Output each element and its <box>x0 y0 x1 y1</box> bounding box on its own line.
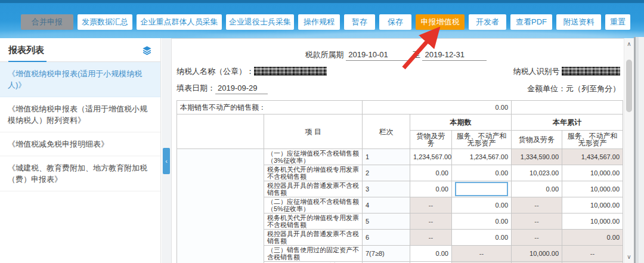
invoice-summary-button[interactable]: 发票数据汇总 <box>78 14 132 30</box>
row3-ytd-services[interactable]: 10,000.00 <box>562 181 623 197</box>
fill-date-field[interactable]: 2019-09-29 <box>215 83 268 94</box>
row4-cur-services[interactable]: 0.00 <box>452 197 512 214</box>
row4-cur-goods: -- <box>410 197 452 214</box>
app-window: 合并申报 发票数据汇总 企业重点群体人员采集 企业退役士兵采集 操作规程 暂存 … <box>0 0 644 263</box>
row6-cur-services[interactable]: 0.00 <box>452 230 512 246</box>
row5-item: 税务机关代开的增值税专用发票不含税销售额 <box>264 214 363 230</box>
row3-cur-services-cell <box>452 181 512 197</box>
row4-ytd-services[interactable]: 10,000.00 <box>562 197 623 214</box>
row7-ytd-services: -- <box>562 246 623 262</box>
layers-icon <box>142 45 152 55</box>
toolbar-buttons: 合并申报 发票数据汇总 企业重点群体人员采集 企业退役士兵采集 操作规程 暂存 … <box>21 14 630 30</box>
period-start-field[interactable]: 2019-10-01 <box>346 50 410 61</box>
header-ytd-goods: 货物及劳务 <box>512 131 562 149</box>
row5-ytd-goods: -- <box>512 214 562 230</box>
header-item: 项 目 <box>264 115 363 149</box>
row2-item: 税务机关代开的增值税专用发票不含税销售额 <box>264 165 363 181</box>
sidebar-item-vat-return-small-taxpayer[interactable]: 《增值税纳税申报表(适用于小规模纳税人)》 <box>0 62 160 97</box>
tax-period-label: 税款所属期 <box>305 50 344 59</box>
row3-item: 税控器具开具的普通发票不含税销售额 <box>264 181 363 197</box>
window-top-strip <box>0 0 644 3</box>
realestate-sales-label: 本期销售不动产的销售额： <box>177 101 363 115</box>
row7-cur-goods[interactable]: 0.00 <box>410 246 452 262</box>
row2-cur-services[interactable]: 0.00 <box>452 165 512 181</box>
row6-item: 税控器具开具的普通发票不含税销售额 <box>264 230 363 246</box>
row3-no: 3 <box>363 181 410 197</box>
fill-date-group: 填表日期：2019-09-29 <box>177 83 268 94</box>
row6-no: 6 <box>363 230 410 246</box>
row2-ytd-services[interactable]: 10,000.00 <box>562 165 623 181</box>
sidebar-collapse-button[interactable]: ‹ <box>163 148 170 174</box>
key-group-collect-button[interactable]: 企业重点群体人员采集 <box>137 14 222 30</box>
row6-ytd-services: 0.00 <box>562 230 623 246</box>
sidebar-item-vat-reduction-detail[interactable]: 《增值税减免税申报明细表》 <box>0 132 160 156</box>
row1-no: 1 <box>363 149 410 165</box>
vat-declaration-table: 本期销售不动产的销售额： 0.00 项 目 栏次 本期数 本年累计 货物及劳务 … <box>177 100 623 263</box>
row5-ytd-services[interactable]: 10,000.00 <box>562 214 623 230</box>
period-to-label: 至 <box>413 50 420 59</box>
temp-save-button[interactable]: 暂存 <box>344 14 375 30</box>
veteran-collect-button[interactable]: 企业退役士兵采集 <box>226 14 294 30</box>
realestate-sales-value[interactable]: 0.00 <box>363 101 512 115</box>
taxpayer-name-label: 纳税人名称（公章）： <box>177 67 254 76</box>
developer-button[interactable]: 开发者 <box>469 14 506 30</box>
row7-item: （三）销售使用过的固定资产不含税销售额 <box>264 246 363 262</box>
sidebar-item-surtax-return[interactable]: 《城建税、教育费附加、地方教育附加税（费）申报表》 <box>0 156 160 191</box>
sidebar-title: 报表列表 <box>0 38 160 62</box>
row4-no: 4 <box>363 197 410 214</box>
fill-date-label: 填表日期： <box>177 83 215 92</box>
row1-ytd-services: 1,434,567.00 <box>562 149 623 165</box>
row6-ytd-goods: -- <box>512 230 562 246</box>
taxpayer-id-redacted <box>562 67 620 76</box>
operation-guide-button[interactable]: 操作规程 <box>298 14 340 30</box>
period-end-field[interactable]: 2019-12-31 <box>422 50 487 61</box>
header-column-no: 栏次 <box>363 115 410 149</box>
header-year-to-date: 本年累计 <box>512 115 623 131</box>
declaration-form-panel: 税款所属期 2019-10-01 至 2019-12-31 纳税人名称（公章）：… <box>171 38 634 263</box>
amount-unit-label: 金额单位：元（列至角分） <box>527 83 620 94</box>
table-header-row-1: 项 目 栏次 本期数 本年累计 <box>177 115 623 131</box>
taxpayer-id-group: 纳税人识别号 <box>513 66 620 77</box>
sidebar-item-vat-return-appendix[interactable]: 《增值税纳税申报表（适用于增值税小规模纳税人）附列资料》 <box>0 97 160 132</box>
row5-cur-goods: -- <box>410 214 452 230</box>
row1-ytd-goods: 1,334,590.00 <box>512 149 562 165</box>
header-cur-goods: 货物及劳务 <box>410 131 452 149</box>
row1-cur-services[interactable]: 1,234,567.00 <box>452 149 512 165</box>
scroll-down-icon[interactable]: ∨ <box>624 252 634 262</box>
save-button[interactable]: 保存 <box>379 14 411 30</box>
scroll-up-icon[interactable]: ∧ <box>624 39 634 49</box>
sidebar-title-label: 报表列表 <box>8 45 44 55</box>
taxpayer-name-group: 纳税人名称（公章）： <box>177 66 327 77</box>
view-pdf-button[interactable]: 查看PDF <box>510 14 552 30</box>
row7-cur-services: -- <box>452 246 512 262</box>
tax-period-row: 税款所属期 2019-10-01 至 2019-12-31 <box>172 49 620 61</box>
row5-cur-services[interactable]: 0.00 <box>452 214 512 230</box>
reset-button[interactable]: 重置 <box>605 14 630 30</box>
row4-item: （二）应征增值税不含税销售额（5%征收率） <box>264 197 363 214</box>
row5-no: 5 <box>363 214 410 230</box>
attachments-button[interactable]: 附送资料 <box>556 14 601 30</box>
realestate-sales-row: 本期销售不动产的销售额： 0.00 <box>177 101 623 115</box>
date-unit-row: 填表日期：2019-09-29 金额单位：元（列至角分） <box>177 83 620 94</box>
taxpayer-name-redacted <box>254 67 327 76</box>
row3-cur-goods[interactable]: 0.00 <box>410 181 452 197</box>
row4-ytd-goods: -- <box>512 197 562 214</box>
merge-declare-button[interactable]: 合并申报 <box>21 14 73 30</box>
report-list-sidebar: 报表列表 《增值税纳税申报表(适用于小规模纳税人)》 《增值税纳税申报表（适用于… <box>0 38 161 263</box>
declare-vat-button[interactable]: 申报增值税 <box>416 14 465 30</box>
row2-cur-goods[interactable]: 0.00 <box>410 165 452 181</box>
row3-ytd-goods[interactable]: 0.00 <box>512 181 562 197</box>
table-row: 一、计税依据 （一）应征增值税不含税销售额（3%征收率） 1 1,234,567… <box>177 149 623 165</box>
row2-ytd-goods[interactable]: 10,023.00 <box>512 165 562 181</box>
scrollbar-thumb[interactable] <box>626 60 632 112</box>
toolbar: 合并申报 发票数据汇总 企业重点群体人员采集 企业退役士兵采集 操作规程 暂存 … <box>0 0 644 38</box>
row1-cur-goods[interactable]: 1,234,567.00 <box>410 149 452 165</box>
row2-no: 2 <box>363 165 410 181</box>
header-cur-services: 服务、不动产和无形资产 <box>452 131 512 149</box>
row3-cur-services-input[interactable] <box>455 182 508 196</box>
header-corner-cell <box>177 115 264 149</box>
vertical-scrollbar: ∧ ∨ <box>624 38 634 263</box>
chevron-left-icon: ‹ <box>165 157 168 165</box>
window-right-edge <box>634 37 644 263</box>
group-label-tax-basis: 一、计税依据 <box>177 149 264 263</box>
